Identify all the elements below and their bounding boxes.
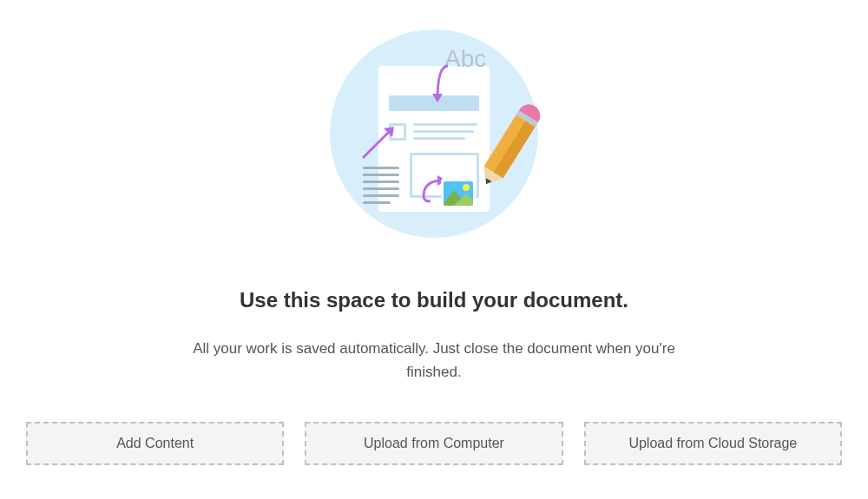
upload-from-cloud-button[interactable]: Upload from Cloud Storage xyxy=(584,422,842,465)
add-content-button[interactable]: Add Content xyxy=(26,422,284,465)
document-builder-illustration: Abc xyxy=(321,21,547,246)
photo-icon xyxy=(441,179,476,208)
page-heading: Use this space to build your document. xyxy=(240,288,628,312)
action-button-row: Add Content Upload from Computer Upload … xyxy=(26,422,842,465)
arrow-diagonal-icon xyxy=(359,121,399,161)
upload-from-computer-button[interactable]: Upload from Computer xyxy=(305,422,562,465)
paragraph-lines-icon xyxy=(363,167,399,208)
page-subtext: All your work is saved automatically. Ju… xyxy=(165,337,703,384)
arrow-down-icon xyxy=(431,62,457,111)
